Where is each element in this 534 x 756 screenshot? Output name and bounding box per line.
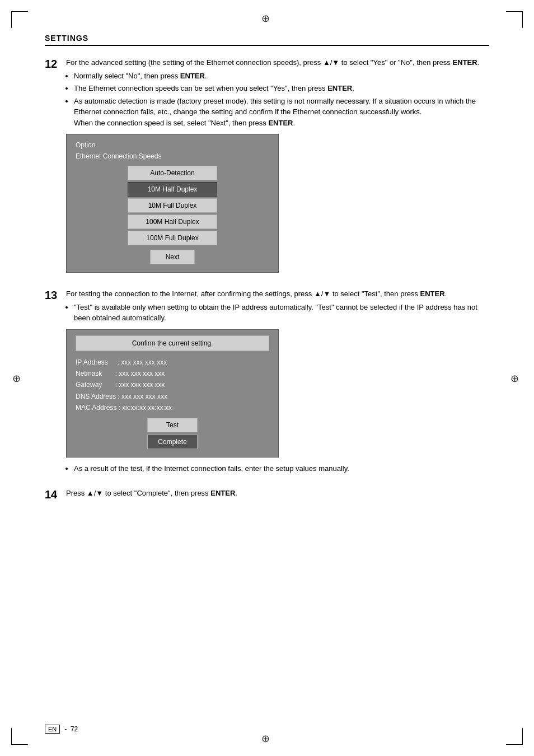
reg-mark-left xyxy=(12,372,24,384)
ethernet-speeds-box: Option Ethernet Connection Speeds Auto-D… xyxy=(66,134,279,273)
footer: EN - 72 xyxy=(45,725,78,734)
corner-mark-tl xyxy=(11,11,28,28)
menu-item-100m-full[interactable]: 100M Full Duplex xyxy=(128,231,217,245)
corner-mark-br xyxy=(506,728,523,745)
step-13-bullet-1: "Test" is available only when setting to… xyxy=(74,302,489,324)
step-13-bullets: "Test" is available only when setting to… xyxy=(74,302,489,324)
step-12-content: For the advanced setting (the setting of… xyxy=(66,57,489,278)
confirm-info: IP Address : xxx xxx xxx xxx Netmask : x… xyxy=(76,357,269,414)
mac-address-row: MAC Address : xx:xx:xx:xx:xx:xx xyxy=(76,402,269,413)
reg-mark-right xyxy=(510,372,522,384)
step-12-main: For the advanced setting (the setting of… xyxy=(66,57,489,68)
netmask-row: Netmask : xxx xxx xxx xxx xyxy=(76,368,269,379)
step-12-number: 12 xyxy=(45,57,66,71)
menu-item-100m-half[interactable]: 100M Half Duplex xyxy=(128,214,217,229)
step-13-after-bullets: As a result of the test, if the Internet… xyxy=(74,463,489,474)
step-14-content: Press ▲/▼ to select "Complete", then pre… xyxy=(66,488,489,501)
step-13-main: For testing the connection to the Intern… xyxy=(66,288,489,300)
ui-box-subtitle: Ethernet Connection Speeds xyxy=(76,151,269,161)
step-12-bullet-2: The Ethernet connection speeds can be se… xyxy=(74,83,489,94)
section-title: SETTINGS xyxy=(45,34,489,46)
step-13: 13 For testing the connection to the Int… xyxy=(45,288,489,478)
corner-mark-bl xyxy=(11,728,28,745)
corner-mark-tr xyxy=(506,11,523,28)
language-badge: EN xyxy=(45,725,60,734)
page-number: - 72 xyxy=(64,725,78,733)
step-12-bullet-1: Normally select "No", then press ENTER. xyxy=(74,71,489,82)
step-12: 12 For the advanced setting (the setting… xyxy=(45,57,489,278)
step-12-bullets: Normally select "No", then press ENTER. … xyxy=(74,71,489,129)
step-12-bullet-3: As automatic detection is made (factory … xyxy=(74,96,489,129)
menu-item-10m-full[interactable]: 10M Full Duplex xyxy=(128,198,217,213)
ip-address-row: IP Address : xxx xxx xxx xxx xyxy=(76,357,269,368)
step-13-content: For testing the connection to the Intern… xyxy=(66,288,489,478)
menu-item-10m-half[interactable]: 10M Half Duplex xyxy=(128,182,217,197)
step-14-number: 14 xyxy=(45,488,66,501)
step-13-after-bullet-1: As a result of the test, if the Internet… xyxy=(74,463,489,474)
step-14-main: Press ▲/▼ to select "Complete", then pre… xyxy=(66,488,489,499)
reg-mark-top xyxy=(261,12,273,24)
confirm-btn-row: Test Complete xyxy=(76,418,269,449)
gateway-row: Gateway : xxx xxx xxx xxx xyxy=(76,379,269,390)
confirm-box: Confirm the current setting. IP Address … xyxy=(66,329,279,458)
step-14: 14 Press ▲/▼ to select "Complete", then … xyxy=(45,488,489,501)
next-button[interactable]: Next xyxy=(150,250,195,264)
test-button[interactable]: Test xyxy=(147,418,198,432)
step-13-number: 13 xyxy=(45,288,66,302)
confirm-title: Confirm the current setting. xyxy=(76,335,269,351)
page: SETTINGS 12 For the advanced setting (th… xyxy=(0,0,534,756)
dns-address-row: DNS Address : xxx xxx xxx xxx xyxy=(76,391,269,402)
ui-box-option-label: Option xyxy=(76,140,269,150)
reg-mark-bottom xyxy=(261,732,273,744)
menu-item-auto[interactable]: Auto-Detection xyxy=(128,166,217,180)
complete-button[interactable]: Complete xyxy=(147,435,198,449)
